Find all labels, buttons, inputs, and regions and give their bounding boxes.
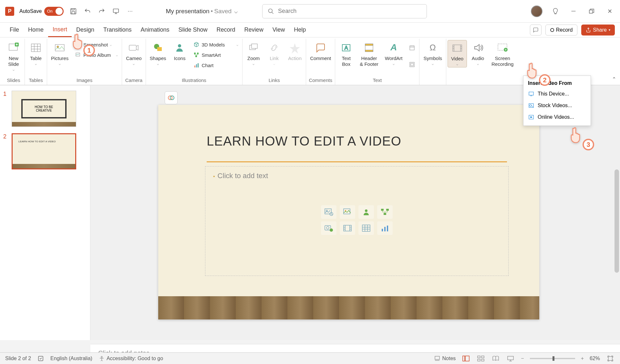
- present-icon[interactable]: [111, 7, 120, 16]
- search-input[interactable]: [278, 8, 421, 15]
- svg-rect-69: [481, 359, 484, 361]
- zoom-level[interactable]: 62%: [590, 356, 600, 361]
- svg-rect-1: [72, 11, 75, 14]
- new-slide-button[interactable]: New Slide ⌵: [4, 40, 23, 73]
- icons-button[interactable]: Icons: [170, 40, 189, 63]
- smartart-button[interactable]: SmartArt: [191, 50, 241, 59]
- tab-file[interactable]: File: [5, 23, 24, 37]
- sorter-view-icon[interactable]: [476, 355, 485, 362]
- tab-slideshow[interactable]: Slide Show: [174, 23, 212, 37]
- slide-title[interactable]: LEARN HOW TO EDIT A VIDEO: [207, 134, 401, 148]
- insert-stock-image-icon[interactable]: [321, 205, 336, 219]
- accessibility-status[interactable]: Accessibility: Good to go: [99, 356, 163, 361]
- photo-album-button[interactable]: Photo Album ⌵: [72, 50, 120, 59]
- tab-view[interactable]: View: [268, 23, 290, 37]
- tab-home[interactable]: Home: [24, 23, 48, 37]
- maximize-icon[interactable]: [586, 6, 597, 16]
- link-icon: [268, 41, 281, 54]
- record-button[interactable]: Record: [545, 25, 578, 35]
- copilot-button[interactable]: [165, 91, 178, 104]
- insert-icon-icon[interactable]: [358, 205, 374, 219]
- zoom-in-icon[interactable]: +: [581, 356, 584, 361]
- search-box[interactable]: [262, 4, 427, 18]
- normal-view-icon[interactable]: [461, 355, 470, 362]
- object-button[interactable]: [406, 60, 418, 69]
- vertical-scrollbar[interactable]: [614, 86, 620, 340]
- tab-insert[interactable]: Insert: [48, 23, 72, 37]
- cameo-button[interactable]: Cameo ⌵: [123, 40, 144, 67]
- tab-design[interactable]: Design: [72, 23, 99, 37]
- tab-record[interactable]: Record: [212, 23, 240, 37]
- audio-button[interactable]: Audio ⌵: [468, 40, 488, 67]
- menu-stock-videos[interactable]: Stock Videos...: [523, 100, 591, 111]
- slide-canvas[interactable]: LEARN HOW TO EDIT A VIDEO •Click to add …: [158, 105, 539, 319]
- photo-album-icon: [75, 52, 81, 58]
- action-icon: [288, 41, 301, 54]
- svg-rect-7: [31, 44, 40, 52]
- insert-table-icon[interactable]: [358, 221, 374, 235]
- fit-window-icon[interactable]: [606, 355, 615, 362]
- svg-rect-17: [194, 53, 196, 54]
- tab-animations[interactable]: Animations: [136, 23, 174, 37]
- header-footer-button[interactable]: Header & Footer: [357, 40, 381, 68]
- share-button[interactable]: Share▾: [581, 25, 615, 35]
- date-time-button[interactable]: [406, 43, 418, 52]
- symbols-button[interactable]: Ω Symbols ⌵: [421, 40, 445, 67]
- lightbulb-icon[interactable]: [550, 6, 561, 16]
- zoom-button[interactable]: Zoom ⌵: [244, 40, 263, 67]
- close-icon[interactable]: ✕: [604, 6, 615, 16]
- menu-online-videos[interactable]: Online Videos...: [523, 111, 591, 123]
- collapse-ribbon-icon[interactable]: ⌃: [612, 76, 616, 82]
- tab-help[interactable]: Help: [289, 23, 310, 37]
- textbox-button[interactable]: A Text Box: [336, 40, 356, 68]
- svg-rect-51: [386, 209, 389, 211]
- 3d-models-button[interactable]: 3D Models⌵: [191, 40, 241, 49]
- redo-icon[interactable]: [97, 7, 106, 16]
- save-icon[interactable]: [69, 7, 78, 16]
- pictures-button[interactable]: Pictures ⌵: [48, 40, 71, 67]
- screenshot-button[interactable]: Screenshot ⌵: [72, 40, 120, 49]
- svg-rect-29: [365, 50, 373, 52]
- table-icon: [29, 41, 42, 54]
- autosave-toggle[interactable]: AutoSave On: [19, 7, 64, 16]
- user-avatar[interactable]: [531, 5, 542, 17]
- insert-cameo-icon[interactable]: [321, 221, 336, 235]
- zoom-icon: [247, 41, 260, 54]
- menu-this-device[interactable]: This Device...: [523, 88, 591, 100]
- insert-smartart-icon[interactable]: [377, 205, 393, 219]
- video-button[interactable]: Video ⌵: [448, 40, 467, 67]
- shapes-button[interactable]: Shapes ⌵: [147, 40, 169, 67]
- header-footer-icon: [363, 41, 376, 54]
- wordart-button[interactable]: A WordArt ⌵: [382, 40, 405, 67]
- language-status[interactable]: English (Australia): [50, 356, 92, 361]
- slide-thumb-1[interactable]: HOW TO BE CREATIVE: [12, 91, 76, 127]
- minimize-icon[interactable]: ─: [568, 6, 579, 16]
- tab-review[interactable]: Review: [240, 23, 268, 37]
- document-title[interactable]: My presentation • Saved ⌵: [166, 7, 238, 15]
- svg-rect-44: [325, 209, 331, 214]
- insert-picture-icon[interactable]: [340, 205, 355, 219]
- chart-icon: [193, 62, 200, 68]
- wood-floor-decoration: [158, 296, 539, 319]
- insert-chart-icon[interactable]: [377, 221, 393, 235]
- qat-more-icon[interactable]: ⋯: [126, 7, 135, 16]
- content-placeholder[interactable]: •Click to add text: [205, 166, 509, 276]
- svg-rect-47: [344, 209, 350, 214]
- comment-button[interactable]: Comment: [307, 40, 334, 63]
- chart-button[interactable]: Chart: [191, 61, 241, 70]
- screen-recording-button[interactable]: Screen Recording: [489, 40, 516, 68]
- slideshow-view-icon[interactable]: [506, 355, 515, 362]
- comments-pane-button[interactable]: [530, 25, 542, 35]
- slide-counter[interactable]: Slide 2 of 2: [5, 356, 31, 361]
- insert-video-icon[interactable]: [340, 221, 355, 235]
- undo-icon[interactable]: [83, 7, 92, 16]
- svg-rect-68: [478, 359, 480, 361]
- slide-thumb-2[interactable]: LEARN HOW TO EDIT A VIDEO: [12, 133, 76, 169]
- zoom-slider[interactable]: [530, 358, 575, 359]
- zoom-out-icon[interactable]: −: [521, 356, 524, 361]
- tab-transitions[interactable]: Transitions: [99, 23, 136, 37]
- table-button[interactable]: Table ⌵: [26, 40, 46, 67]
- spell-check-icon[interactable]: [37, 355, 44, 362]
- reading-view-icon[interactable]: [491, 355, 500, 362]
- notes-toggle[interactable]: Notes: [434, 356, 456, 361]
